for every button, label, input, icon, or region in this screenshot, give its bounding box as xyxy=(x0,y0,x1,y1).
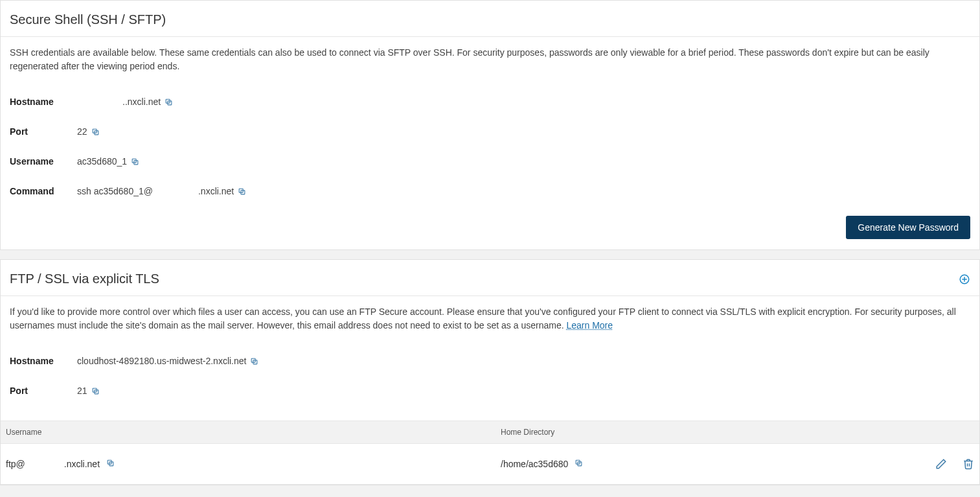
ssh-panel-footer: Generate New Password xyxy=(1,216,979,249)
generate-password-button[interactable]: Generate New Password xyxy=(846,216,970,239)
ftp-table-header-homedir: Home Directory xyxy=(501,428,883,437)
ssh-username-label: Username xyxy=(10,156,77,167)
ftp-table-header-username: Username xyxy=(6,428,501,437)
ssh-title: Secure Shell (SSH / SFTP) xyxy=(10,12,166,27)
learn-more-link[interactable]: Learn More xyxy=(566,320,613,330)
copy-icon[interactable] xyxy=(91,387,100,395)
ftp-panel-header: FTP / SSL via explicit TLS xyxy=(1,260,979,296)
ftp-table-header: Username Home Directory xyxy=(1,421,979,444)
ftp-table-row: ftp@.nxcli.net /home/ac35d680 xyxy=(1,444,979,485)
ssh-hostname-value: ..nxcli.net xyxy=(77,97,173,107)
ssh-command-value: ssh ac35d680_1@.nxcli.net xyxy=(77,186,246,196)
copy-icon[interactable] xyxy=(106,459,115,467)
ftp-title: FTP / SSL via explicit TLS xyxy=(10,272,159,286)
ftp-hostname-row: Hostname cloudhost-4892180.us-midwest-2.… xyxy=(10,356,970,366)
ssh-command-row: Command ssh ac35d680_1@.nxcli.net xyxy=(10,186,970,196)
copy-icon[interactable] xyxy=(250,357,258,365)
ftp-port-row: Port 21 xyxy=(10,386,970,396)
ftp-description: If you'd like to provide more control ov… xyxy=(10,305,970,332)
ftp-row-homedir: /home/ac35d680 xyxy=(501,459,883,469)
ssh-panel-body: SSH credentials are available below. The… xyxy=(1,37,979,216)
copy-icon[interactable] xyxy=(91,128,100,136)
ssh-hostname-label: Hostname xyxy=(10,97,77,107)
ftp-hostname-label: Hostname xyxy=(10,356,77,366)
ssh-port-label: Port xyxy=(10,126,77,137)
ftp-panel: FTP / SSL via explicit TLS If you'd like… xyxy=(0,259,980,485)
copy-icon[interactable] xyxy=(165,98,173,106)
ssh-port-value: 22 xyxy=(77,126,100,137)
add-ftp-account-icon[interactable] xyxy=(959,273,970,285)
ftp-row-username: ftp@.nxcli.net xyxy=(6,459,501,469)
copy-icon[interactable] xyxy=(575,459,583,467)
copy-icon[interactable] xyxy=(131,157,139,166)
ssh-hostname-row: Hostname ..nxcli.net xyxy=(10,97,970,107)
copy-icon[interactable] xyxy=(238,187,246,196)
ftp-panel-body: If you'd like to provide more control ov… xyxy=(1,296,979,421)
ftp-row-actions xyxy=(883,458,974,470)
ssh-port-row: Port 22 xyxy=(10,126,970,137)
ssh-panel: Secure Shell (SSH / SFTP) SSH credential… xyxy=(0,0,980,250)
ftp-hostname-value: cloudhost-4892180.us-midwest-2.nxcli.net xyxy=(77,356,258,366)
ftp-port-label: Port xyxy=(10,386,77,396)
ssh-panel-header: Secure Shell (SSH / SFTP) xyxy=(1,1,979,37)
ftp-port-value: 21 xyxy=(77,386,100,396)
ssh-description: SSH credentials are available below. The… xyxy=(10,46,970,73)
ssh-username-value: ac35d680_1 xyxy=(77,156,139,167)
edit-icon[interactable] xyxy=(935,458,947,470)
trash-icon[interactable] xyxy=(963,458,974,470)
ssh-command-label: Command xyxy=(10,186,77,196)
ssh-username-row: Username ac35d680_1 xyxy=(10,156,970,167)
